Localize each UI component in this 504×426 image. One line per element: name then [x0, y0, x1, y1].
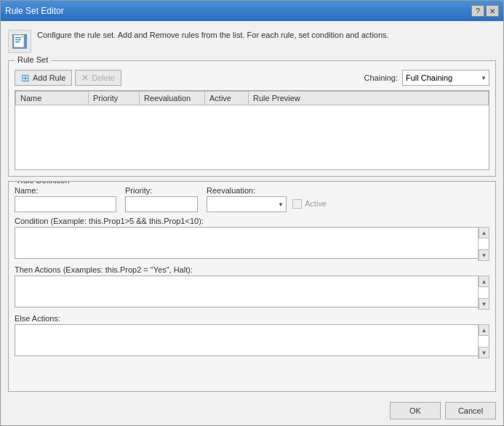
then-scrollbar: ▲ ▼ [478, 276, 489, 310]
else-scroll-up[interactable]: ▲ [479, 324, 489, 336]
then-scroll-down[interactable]: ▼ [479, 298, 489, 310]
else-scrollbar: ▲ ▼ [478, 324, 489, 358]
then-actions-section: Then Actions (Examples: this.Prop2 = "Ye… [15, 265, 489, 310]
else-actions-wrapper: ▲ ▼ [15, 324, 489, 358]
else-scroll-down[interactable]: ▼ [479, 347, 489, 358]
name-input[interactable] [15, 196, 116, 212]
info-icon [8, 30, 31, 53]
col-priority: Priority [89, 92, 140, 105]
info-icon-inner [12, 34, 27, 49]
title-bar: Rule Set Editor ? ✕ [1, 1, 503, 21]
then-scroll-up[interactable]: ▲ [479, 276, 489, 287]
rule-def-content: Name: Priority: Reevaluation: [9, 182, 495, 364]
rule-set-label: Rule Set [15, 55, 51, 64]
rule-set-editor-window: Rule Set Editor ? ✕ [0, 0, 504, 426]
reevaluation-select-wrapper [207, 196, 287, 212]
condition-scroll-down[interactable]: ▼ [479, 249, 489, 261]
then-actions-label: Then Actions (Examples: this.Prop2 = "Ye… [15, 265, 489, 274]
delete-label: Delete [92, 73, 115, 82]
info-description: Configure the rule set. Add and Remove r… [37, 30, 389, 41]
reevaluation-select[interactable] [207, 196, 287, 212]
svg-rect-3 [15, 41, 20, 43]
reevaluation-label: Reevaluation: [207, 186, 327, 195]
col-name: Name [16, 92, 89, 105]
delete-button[interactable]: ✕ Delete [75, 70, 121, 86]
help-button[interactable]: ? [471, 5, 484, 17]
bottom-bar: OK Cancel [1, 398, 503, 425]
cancel-button[interactable]: Cancel [445, 402, 496, 419]
condition-scrollbar: ▲ ▼ [478, 227, 489, 261]
priority-input[interactable] [125, 196, 198, 212]
chaining-label: Chaining: [364, 73, 398, 82]
then-actions-wrapper: ▲ ▼ [15, 276, 489, 310]
active-label: Active [305, 199, 327, 208]
table-header: Name Priority Reevaluation Active Rule P… [16, 92, 489, 105]
ok-button[interactable]: OK [390, 402, 441, 419]
rules-table: Name Priority Reevaluation Active Rule P… [15, 91, 489, 105]
condition-label: Condition (Example: this.Prop1>5 && this… [15, 217, 489, 225]
condition-textarea[interactable] [15, 227, 489, 259]
chaining-select[interactable]: Full Chaining No Chaining Update Chainin… [402, 70, 489, 86]
title-bar-buttons: ? ✕ [471, 5, 499, 17]
condition-section: Condition (Example: this.Prop1>5 && this… [15, 217, 489, 261]
delete-icon: ✕ [81, 73, 89, 83]
else-actions-textarea[interactable] [15, 324, 489, 356]
active-checkbox-row: Active [292, 199, 327, 209]
else-actions-section: Else Actions: ▲ ▼ [15, 314, 489, 358]
rule-definition-group: Rule Definition Name: Priority: Reevalua… [8, 181, 496, 392]
rule-definition-label: Rule Definition [15, 181, 73, 185]
info-bar: Configure the rule set. Add and Remove r… [8, 27, 496, 56]
content-area: Configure the rule set. Add and Remove r… [1, 21, 503, 398]
fields-row: Name: Priority: Reevaluation: [15, 186, 489, 212]
rule-set-toolbar: ⊞ Add Rule ✕ Delete Chaining: Full Chain… [15, 67, 489, 86]
rules-table-container: Name Priority Reevaluation Active Rule P… [15, 90, 489, 170]
toolbar-left: ⊞ Add Rule ✕ Delete [15, 70, 121, 86]
add-rule-button[interactable]: ⊞ Add Rule [15, 70, 72, 86]
close-button[interactable]: ✕ [486, 5, 499, 17]
document-icon [12, 34, 27, 49]
toolbar-right: Chaining: Full Chaining No Chaining Upda… [364, 70, 489, 86]
add-rule-label: Add Rule [33, 73, 65, 82]
col-preview: Rule Preview [249, 92, 489, 105]
rule-set-group: Rule Set ⊞ Add Rule ✕ Delete [8, 60, 496, 177]
add-icon: ⊞ [21, 73, 30, 83]
col-reevaluation: Reevaluation [140, 92, 205, 105]
name-label: Name: [15, 186, 116, 195]
col-active: Active [205, 92, 249, 105]
table-header-row: Name Priority Reevaluation Active Rule P… [16, 92, 489, 105]
name-field-group: Name: [15, 186, 116, 212]
else-actions-label: Else Actions: [15, 314, 489, 323]
svg-rect-1 [15, 37, 21, 39]
condition-scroll-up[interactable]: ▲ [479, 227, 489, 238]
condition-wrapper: ▲ ▼ [15, 227, 489, 261]
priority-field-group: Priority: [125, 186, 198, 212]
chaining-select-wrapper: Full Chaining No Chaining Update Chainin… [402, 70, 489, 86]
then-actions-textarea[interactable] [15, 276, 489, 308]
reevaluation-field-group: Reevaluation: Active [207, 186, 327, 212]
active-checkbox[interactable] [292, 199, 302, 209]
window-title: Rule Set Editor [5, 6, 64, 16]
priority-label: Priority: [125, 186, 198, 195]
svg-rect-2 [15, 39, 21, 41]
